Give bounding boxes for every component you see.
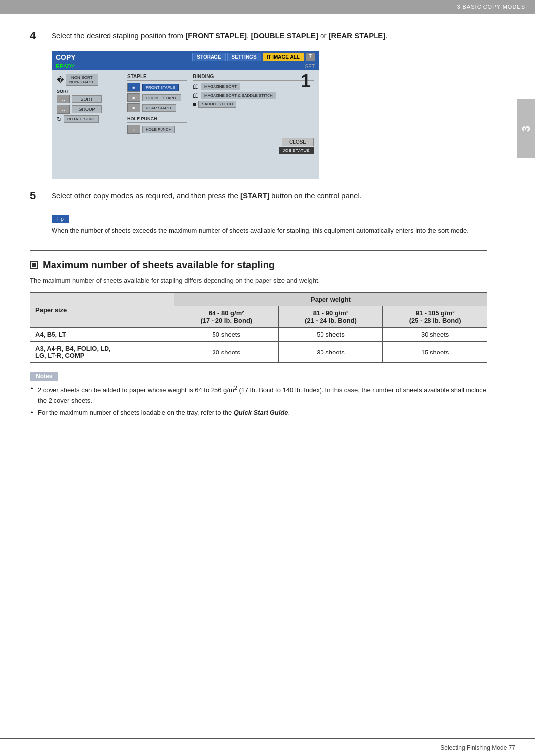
row2-col1: 30 sheets bbox=[174, 342, 278, 363]
side-tab: 3 bbox=[517, 99, 535, 158]
rear-staple-row: ■ REAR STAPLE bbox=[127, 103, 187, 112]
magazine-sort-saddle-btn[interactable]: MAGAZINE SORT & SADDLE STITCH bbox=[201, 92, 276, 99]
job-status-button[interactable]: JOB STATUS bbox=[279, 147, 314, 154]
double-staple-row: ■ DOUBLE STAPLE bbox=[127, 93, 187, 102]
col2-header: 81 - 90 g/m² (21 - 24 lb. Bond) bbox=[278, 306, 383, 328]
rotate-sort-btn[interactable]: ROTATE SORT bbox=[64, 115, 99, 123]
copy-ui-ready-bar: READY SET bbox=[52, 63, 319, 70]
hole-punch-label: HOLE PUNCH bbox=[127, 116, 187, 123]
tab-settings[interactable]: SETTINGS bbox=[227, 53, 261, 61]
close-btn-row: CLOSE bbox=[57, 138, 314, 146]
row2-col2: 30 sheets bbox=[278, 342, 383, 363]
copy-ui-body: 1 � NON-SORTNON-STAPLE SORT ☷ SORT ☷ bbox=[52, 70, 319, 179]
row1-col1: 50 sheets bbox=[174, 328, 278, 342]
col3-header: 91 - 105 g/m² (25 - 28 lb. Bond) bbox=[383, 306, 487, 328]
magazine-sort-btn[interactable]: MAGAZINE SORT bbox=[201, 83, 240, 90]
row1-col2: 50 sheets bbox=[278, 328, 383, 342]
checkbox-icon bbox=[30, 261, 38, 269]
hole-punch-btn[interactable]: HOLE PUNCH bbox=[142, 126, 175, 133]
side-tab-number: 3 bbox=[520, 126, 533, 132]
ready-label: READY bbox=[56, 63, 75, 69]
rear-staple-btn[interactable]: REAR STAPLE bbox=[142, 104, 176, 112]
sort-btn[interactable]: SORT bbox=[72, 95, 102, 103]
magazine-sort-row: 🕮 MAGAZINE SORT bbox=[193, 83, 314, 90]
copy-ui-screenshot: COPY STORAGE SETTINGS IT IMAGE ALL 7 REA… bbox=[52, 51, 319, 179]
magazine-sort-saddle-row: 🕮 MAGAZINE SORT & SADDLE STITCH bbox=[193, 92, 314, 99]
section-description: The maximum number of sheets available f… bbox=[30, 276, 487, 286]
copy-ui-tabs: STORAGE SETTINGS IT IMAGE ALL 7 bbox=[192, 53, 315, 61]
binding-col-label: BINDING bbox=[193, 74, 314, 81]
header-bar: 3 BASIC COPY MODES bbox=[0, 0, 535, 14]
saddle-stitch-row: ■ SADDLE STITCH bbox=[193, 101, 314, 108]
footer-bar: Selecting Finishing Mode 77 bbox=[0, 738, 535, 756]
notes-section: Notes 2 cover sheets can be added to pap… bbox=[30, 372, 487, 418]
sort-row: ☷ SORT bbox=[57, 95, 121, 103]
section-title: Maximum number of sheets available for s… bbox=[43, 259, 275, 271]
rear-staple-icon: ■ bbox=[127, 103, 140, 112]
copy-num: 7 bbox=[306, 53, 315, 61]
section-heading: Maximum number of sheets available for s… bbox=[30, 250, 487, 271]
front-staple-btn[interactable]: FRONT STAPLE bbox=[142, 84, 179, 91]
notes-list: 2 cover sheets can be added to paper who… bbox=[30, 384, 487, 418]
close-button[interactable]: CLOSE bbox=[282, 138, 314, 146]
main-content: 4 Select the desired stapling position f… bbox=[0, 14, 517, 435]
header-label: 3 BASIC COPY MODES bbox=[457, 4, 525, 10]
double-staple-icon: ■ bbox=[127, 93, 140, 102]
staple-col-label: STAPLE bbox=[127, 74, 187, 81]
notes-label: Notes bbox=[30, 372, 58, 381]
row2-col3: 15 sheets bbox=[383, 342, 487, 363]
paper-weight-table: Paper size Paper weight 64 - 80 g/m² (17… bbox=[30, 292, 487, 363]
copy-count: 1 bbox=[301, 71, 311, 92]
paper-size-header: Paper size bbox=[30, 293, 174, 328]
hole-punch-row: ○ HOLE PUNCH bbox=[127, 125, 187, 134]
footer-text: Selecting Finishing Mode 77 bbox=[440, 744, 515, 751]
front-staple-icon: ■ bbox=[127, 83, 140, 92]
copy-ui-header: COPY STORAGE SETTINGS IT IMAGE ALL 7 bbox=[52, 51, 319, 63]
tip-text: When the number of sheets exceeds the ma… bbox=[52, 226, 487, 236]
tab-storage[interactable]: STORAGE bbox=[192, 53, 225, 61]
step-4-text: Select the desired stapling position fro… bbox=[52, 29, 388, 42]
sort-icon: ☷ bbox=[57, 95, 70, 103]
note-item-1: 2 cover sheets can be added to paper who… bbox=[30, 384, 487, 406]
step-4-number: 4 bbox=[30, 29, 44, 42]
group-btn[interactable]: GROUP bbox=[72, 105, 102, 113]
non-sort-btn[interactable]: NON-SORTNON-STAPLE bbox=[66, 74, 98, 86]
note-item-2: For the maximum number of sheets loadabl… bbox=[30, 408, 487, 418]
table-row: A3, A4-R, B4, FOLIO, LD,LG, LT-R, COMP 3… bbox=[30, 342, 487, 363]
rotate-sort-row: ↻ ROTATE SORT bbox=[57, 115, 121, 123]
double-staple-btn[interactable]: DOUBLE STAPLE bbox=[142, 94, 181, 101]
saddle-stitch-btn[interactable]: SADDLE STITCH bbox=[198, 101, 236, 108]
step-5-text: Select other copy modes as required, and… bbox=[52, 189, 362, 202]
group-icon: ☷ bbox=[57, 105, 70, 114]
step-5: 5 Select other copy modes as required, a… bbox=[30, 189, 487, 202]
table-row: A4, B5, LT 50 sheets 50 sheets 30 sheets bbox=[30, 328, 487, 342]
set-label: SET bbox=[305, 64, 315, 69]
sort-label: SORT bbox=[57, 89, 121, 94]
step-4: 4 Select the desired stapling position f… bbox=[30, 29, 487, 42]
col1-header: 64 - 80 g/m² (17 - 20 lb. Bond) bbox=[174, 306, 278, 328]
row1-col3: 30 sheets bbox=[383, 328, 487, 342]
tip-section: Tip When the number of sheets exceeds th… bbox=[52, 211, 487, 236]
non-sort-row: � NON-SORTNON-STAPLE bbox=[57, 74, 121, 86]
tab-image[interactable]: IT IMAGE ALL bbox=[263, 53, 304, 61]
paper-weight-header: Paper weight bbox=[174, 293, 487, 306]
row1-size: A4, B5, LT bbox=[30, 328, 174, 342]
tip-label: Tip bbox=[52, 215, 69, 223]
copy-title: COPY bbox=[56, 53, 76, 61]
group-row: ☷ GROUP bbox=[57, 105, 121, 114]
front-staple-row: ■ FRONT STAPLE bbox=[127, 83, 187, 92]
hole-punch-icon: ○ bbox=[127, 125, 140, 134]
step-5-number: 5 bbox=[30, 189, 44, 202]
row2-size: A3, A4-R, B4, FOLIO, LD,LG, LT-R, COMP bbox=[30, 342, 174, 363]
